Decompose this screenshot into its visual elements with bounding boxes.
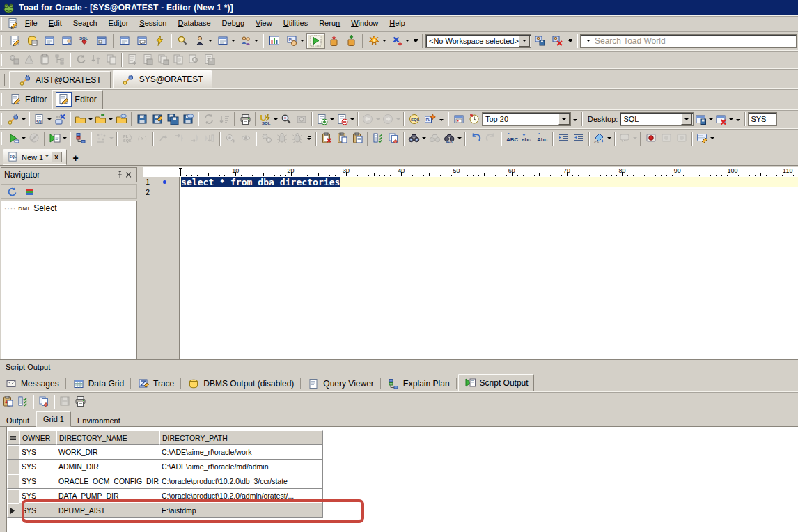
optimize-sql-icon[interactable]: SQL [258, 111, 279, 127]
grid-row-marker[interactable] [7, 445, 19, 460]
editorbar-grip[interactable] [1, 93, 3, 106]
grid-row-marker[interactable] [7, 489, 19, 503]
toolbar-overflow-icon[interactable] [414, 39, 418, 42]
grid-cell[interactable]: ADMIN_DIR [56, 460, 159, 474]
save-all-icon[interactable] [165, 111, 180, 127]
sql-recall-icon[interactable]: SQL [407, 111, 422, 127]
record-macro-icon[interactable] [643, 131, 659, 146]
schema-field[interactable]: SYS [748, 112, 777, 126]
reopen-file-icon[interactable] [93, 111, 114, 127]
copy-grid-icon[interactable] [0, 394, 15, 409]
code-editor[interactable]: 102030405060708090100110 12 select * fro… [143, 167, 798, 359]
import-icon[interactable] [325, 33, 343, 49]
archive-file-icon[interactable] [201, 52, 217, 68]
cut-icon[interactable] [319, 131, 334, 146]
windows-menu-icon[interactable] [214, 33, 237, 49]
menu-database[interactable]: Database [172, 17, 216, 30]
redo-icon[interactable] [483, 131, 499, 146]
add-tab-button[interactable]: + [70, 151, 82, 165]
dropdown-arrow-icon[interactable] [254, 40, 258, 42]
add-to-project-icon[interactable] [315, 111, 335, 127]
paste-icon[interactable] [37, 52, 52, 68]
team-coding-icon[interactable] [237, 33, 260, 49]
stop-debug-icon[interactable] [290, 131, 305, 146]
refresh-icon[interactable] [73, 52, 88, 68]
editor-options-icon[interactable] [695, 131, 715, 146]
new-file-icon[interactable] [125, 52, 140, 68]
dropdown-arrow-icon[interactable] [382, 40, 386, 42]
toolbar-grip[interactable] [1, 113, 3, 125]
menu-file[interactable]: File [19, 17, 43, 30]
connection-tab-sys@oratest[interactable]: SYS@ORATEST [113, 70, 212, 88]
schema-browser-icon[interactable] [24, 33, 41, 49]
save-desktop-icon[interactable] [694, 111, 714, 127]
find-next-icon[interactable] [427, 131, 442, 146]
new-window-icon[interactable] [366, 33, 389, 49]
format-code-icon[interactable]: <> [592, 131, 612, 146]
paste-clipboard-icon[interactable] [350, 131, 365, 146]
run-to-cursor-icon[interactable] [202, 131, 217, 146]
rows-fetched-select[interactable]: Top 20 [482, 112, 571, 126]
navigate-back-icon[interactable] [361, 111, 381, 127]
dropdown-arrow-icon[interactable] [300, 40, 304, 42]
sort-icon[interactable] [217, 111, 232, 127]
save-icon[interactable] [134, 111, 150, 127]
project-manager-icon[interactable] [93, 33, 111, 49]
code-insight-icon[interactable] [73, 131, 88, 146]
find-icon[interactable] [407, 131, 427, 146]
session-menu-icon[interactable] [191, 33, 214, 49]
menu-edit[interactable]: Edit [43, 17, 68, 30]
outdent-icon[interactable] [571, 131, 586, 146]
juggle-icon[interactable] [22, 52, 37, 68]
cancel-execution-icon[interactable] [26, 131, 42, 146]
dropdown-arrow-icon[interactable] [330, 118, 334, 120]
copy-rows-icon[interactable] [36, 394, 52, 409]
dropdown-arrow-icon[interactable] [396, 118, 400, 120]
play-macro-icon[interactable] [659, 131, 674, 146]
grid-cell[interactable]: C:\ADE\aime_rf\oracle/work [159, 445, 323, 460]
navigator-item-select[interactable]: ····DMLSelect [1, 201, 136, 213]
execute-icon[interactable] [306, 33, 325, 49]
undo-icon[interactable] [468, 131, 483, 146]
copy-icon[interactable] [104, 52, 119, 68]
menu-search[interactable]: Search [68, 17, 103, 30]
print-grid-icon[interactable] [72, 394, 88, 409]
rows-fetched-select-dropdown-button[interactable] [558, 114, 570, 125]
compile-icon[interactable]: PLSQL [120, 131, 135, 146]
toolbar-overflow-icon[interactable] [439, 118, 444, 121]
plsql-debugger-icon[interactable]: PL [283, 33, 306, 49]
editor-window-icon[interactable] [41, 33, 58, 49]
object-search-icon[interactable] [174, 33, 191, 49]
plsql-objects-icon[interactable]: PL [422, 111, 437, 127]
toolbar-grip[interactable] [1, 35, 3, 47]
dropdown-arrow-icon[interactable] [231, 40, 235, 42]
grid-cell[interactable]: SYS [19, 474, 56, 489]
output-tab-explain-plan[interactable]: Explain Plan [382, 376, 455, 391]
dropdown-arrow-icon[interactable] [63, 137, 67, 139]
dropdown-arrow-icon[interactable] [405, 40, 409, 42]
grid-cell[interactable]: SYS [19, 445, 56, 460]
dropdown-arrow-icon[interactable] [710, 137, 714, 139]
dropdown-arrow-icon[interactable] [109, 118, 113, 120]
print-icon[interactable] [237, 111, 253, 127]
grid-cell[interactable]: SYS [19, 460, 56, 474]
export-icon[interactable] [343, 33, 360, 49]
dropdown-arrow-icon[interactable] [208, 40, 212, 42]
delete-workspace-icon[interactable] [549, 33, 566, 49]
dropdown-arrow-icon[interactable] [22, 118, 26, 120]
report-manager-icon[interactable] [266, 33, 283, 49]
menu-session[interactable]: Session [134, 17, 172, 30]
debug-session-icon[interactable] [274, 131, 290, 146]
toolbar-grip[interactable] [1, 132, 3, 145]
view-watches-icon[interactable] [238, 131, 253, 146]
output-tab-dbms-output-disabled-[interactable]: DBMS Output (disabled) [182, 376, 299, 391]
profile-icon[interactable] [294, 111, 309, 127]
grid-cell[interactable]: WORK_DIR [56, 445, 159, 460]
menu-view[interactable]: View [250, 17, 278, 30]
editor-button[interactable]: Editor [6, 92, 52, 107]
pin-icon[interactable] [114, 169, 124, 181]
copy-file-icon[interactable] [171, 52, 186, 68]
tune-sql-icon[interactable] [279, 111, 294, 127]
toolbar-overflow-icon[interactable] [573, 118, 577, 121]
menu-window[interactable]: Window [345, 17, 384, 30]
